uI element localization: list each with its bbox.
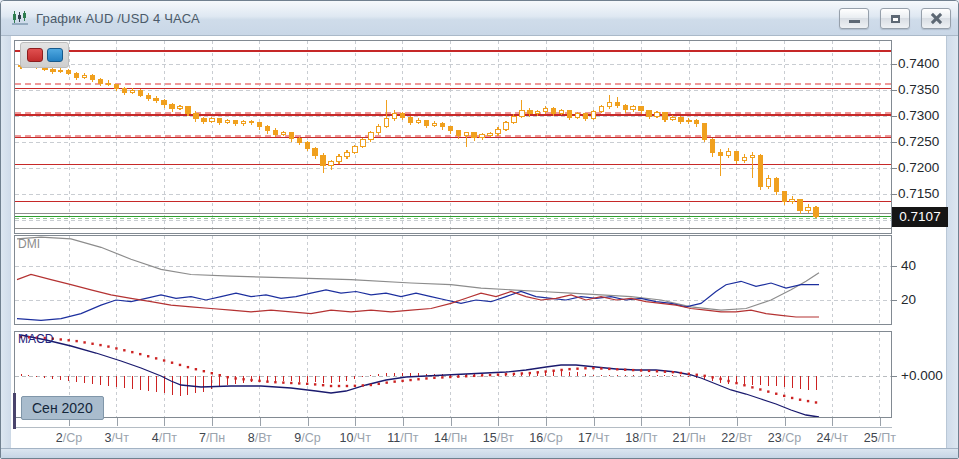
time-axis-tick — [451, 418, 452, 426]
time-axis-tick — [880, 418, 881, 426]
time-axis-label: 21/Пн — [672, 431, 705, 445]
time-axis-label: 11/Пт — [387, 431, 418, 445]
price-axis-label: 0.7200 — [898, 160, 939, 175]
time-axis-label: 15/Вт — [483, 431, 514, 445]
window-frame-right — [946, 36, 958, 458]
time-axis-tick — [689, 418, 690, 426]
time-axis-label: 24/Чт — [816, 431, 847, 445]
price-tick — [891, 116, 897, 117]
dmi-axis-tick — [891, 266, 897, 267]
time-axis-label: 8/Вт — [248, 431, 272, 445]
price-tick — [891, 64, 897, 65]
price-tick — [891, 168, 897, 169]
window-titlebar[interactable]: График AUD /USD 4 ЧАСА — [1, 1, 958, 36]
price-axis-label: 0.7300 — [898, 108, 939, 123]
time-axis-tick — [355, 418, 356, 426]
time-axis-tick — [785, 418, 786, 426]
time-axis-label: 10/Чт — [339, 431, 370, 445]
restore-icon — [891, 15, 900, 23]
time-axis-label: 17/Чт — [578, 431, 609, 445]
time-axis-tick — [498, 418, 499, 426]
time-axis-label: 2/Ср — [56, 431, 82, 445]
time-axis-label: 4/Пт — [152, 431, 177, 445]
time-axis-tick — [403, 418, 404, 426]
price-axis-label: 0.7400 — [898, 56, 939, 71]
time-axis-label: 22/Вт — [721, 431, 752, 445]
close-icon — [931, 13, 942, 24]
price-axis-label: 0.7250 — [898, 134, 939, 149]
chart-window: График AUD /USD 4 ЧАСА DMI MACD 0.7107 +… — [0, 0, 959, 459]
price-tick — [891, 142, 897, 143]
window-frame-left — [1, 36, 11, 458]
time-axis-label: 14/Пн — [434, 431, 467, 445]
time-axis-baseline — [14, 427, 892, 428]
dmi-label: DMI — [18, 237, 40, 251]
mini-toolbar — [20, 42, 69, 68]
time-axis-label: 7/Пн — [199, 431, 225, 445]
dmi-axis-label: 20 — [901, 292, 916, 307]
time-axis-tick — [832, 418, 833, 426]
time-axis-tick — [260, 418, 261, 426]
macd-axis-tick — [891, 376, 897, 377]
candlestick-chart-icon — [11, 10, 29, 26]
price-axis-label: 0.7150 — [898, 186, 939, 201]
minimize-icon — [849, 20, 860, 23]
time-axis-label: 16/Ср — [529, 431, 562, 445]
restore-button[interactable] — [880, 8, 910, 29]
main-price-pane[interactable] — [14, 40, 892, 234]
time-axis-label: 3/Чт — [104, 431, 128, 445]
time-axis-tick — [737, 418, 738, 426]
window-controls — [839, 8, 951, 29]
dmi-axis-tick — [891, 300, 897, 301]
time-axis-tick — [308, 418, 309, 426]
time-axis-tick — [546, 418, 547, 426]
sell-marker-button[interactable] — [27, 48, 43, 62]
price-axis-label: 0.7350 — [898, 82, 939, 97]
macd-indicator-pane[interactable] — [14, 331, 892, 418]
time-axis-tick — [594, 418, 595, 426]
dmi-indicator-pane[interactable] — [14, 235, 892, 325]
window-frame-bottom — [1, 448, 958, 458]
window-title: График AUD /USD 4 ЧАСА — [36, 11, 200, 26]
dmi-axis-label: 40 — [901, 258, 916, 273]
time-axis-tick — [212, 418, 213, 426]
macd-label: MACD — [18, 332, 53, 346]
macd-pane-left-marker — [13, 393, 16, 429]
time-axis-tick — [117, 418, 118, 426]
time-axis-label: 18/Пт — [625, 431, 657, 445]
macd-axis-label: +0.000 — [901, 368, 943, 383]
month-badge: Сен 2020 — [21, 396, 104, 420]
time-axis-label: 25/Пт — [864, 431, 896, 445]
time-axis-label: 9/Ср — [294, 431, 320, 445]
current-price-badge: 0.7107 — [892, 207, 948, 227]
time-axis-tick — [641, 418, 642, 426]
price-tick — [891, 90, 897, 91]
minimize-button[interactable] — [839, 8, 869, 29]
time-axis-label: 23/Ср — [768, 431, 801, 445]
time-axis-tick — [164, 418, 165, 426]
buy-marker-button[interactable] — [47, 48, 63, 62]
close-button[interactable] — [921, 8, 951, 29]
price-tick — [891, 194, 897, 195]
